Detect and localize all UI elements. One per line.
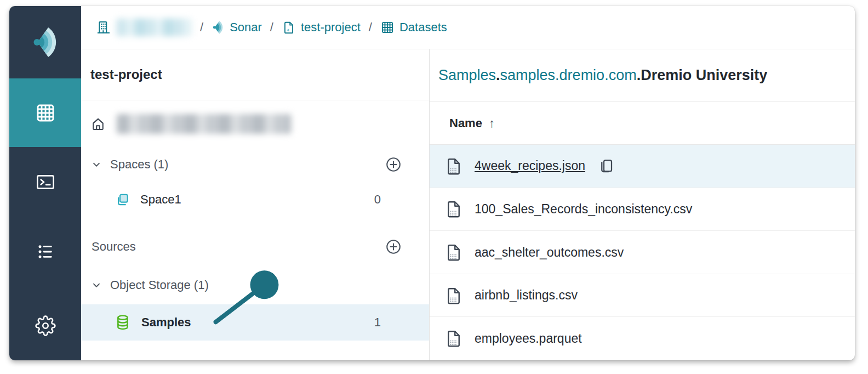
database-icon [114,314,132,331]
sources-label: Sources [92,240,136,254]
space1-count: 0 [374,192,381,207]
table-row[interactable]: 4week_recipes.json [430,145,855,188]
breadcrumb-separator: / [269,20,275,35]
samples-label: Samples [141,315,191,330]
path-dot: . [637,67,641,84]
breadcrumb-sonar[interactable]: Sonar [212,19,262,36]
sql-runner-icon [34,171,57,193]
name-column-header[interactable]: Name ↑ [430,102,855,145]
path-segment-bucket[interactable]: samples.dremio.com [500,67,637,84]
sidebar-item-settings[interactable] [9,291,81,360]
project-header: test-project [81,49,429,100]
org-name-redacted [116,19,192,36]
table-row[interactable]: airbnb_listings.csv [430,274,855,318]
breadcrumb-sonar-label: Sonar [230,20,262,35]
dataset-path-header: Samples.samples.dremio.com.Dremio Univer… [430,49,855,102]
samples-count: 1 [374,315,381,330]
sonar-logo-icon [31,23,60,61]
breadcrumb-datasets[interactable]: Datasets [380,20,447,35]
add-space-button[interactable] [385,156,402,173]
sidebar-item-datasets[interactable] [9,78,81,147]
copy-icon [597,157,615,175]
home-item[interactable] [81,109,429,139]
space1-item[interactable]: Space1 0 [81,187,429,212]
jobs-list-icon [34,241,57,263]
sources-section-row: Sources [81,234,429,259]
sonar-icon [212,19,225,36]
datasets-grid-icon [35,102,56,124]
building-icon [96,20,111,35]
dataset-listing-panel: Samples.samples.dremio.com.Dremio Univer… [430,49,855,360]
sidebar-item-jobs[interactable] [9,217,81,286]
space1-label: Space1 [140,192,181,207]
dremio-app-window: / Sonar / test-project / [9,6,855,360]
add-source-button[interactable] [385,239,402,255]
spaces-label: Spaces (1) [110,157,168,172]
file-name[interactable]: airbnb_listings.csv [475,288,578,303]
project-tree-panel: test-project Spaces (1) [81,49,430,360]
path-segment-current-folder: Dremio University [641,67,767,84]
file-icon [444,328,464,348]
datasets-icon [380,20,395,35]
sidebar-item-sql-runner[interactable] [9,147,81,217]
path-segment-samples[interactable]: Samples [438,67,496,84]
dremio-logo[interactable] [9,6,81,78]
breadcrumb-separator: / [368,20,373,35]
sidebar-spacer [9,286,81,291]
file-icon [444,199,464,219]
file-name[interactable]: aac_shelter_outcomes.csv [475,245,624,260]
settings-gear-icon [35,315,56,336]
chevron-down-icon[interactable] [90,279,102,291]
file-icon [444,286,464,305]
table-row[interactable]: aac_shelter_outcomes.csv [430,231,855,274]
home-icon [90,116,106,132]
plus-circle-icon [385,239,402,255]
samples-source-item[interactable]: Samples 1 [81,304,429,341]
file-link[interactable]: 4week_recipes.json [475,158,585,173]
project-icon [282,20,296,35]
project-title: test-project [90,67,162,82]
left-nav-rail [9,6,81,360]
object-storage-label: Object Storage (1) [110,278,209,292]
chevron-down-icon[interactable] [90,158,102,171]
space-icon [114,191,130,208]
screenshot-stage: / Sonar / test-project / [0,0,868,374]
breadcrumb-org[interactable] [96,19,192,36]
table-row[interactable]: employees.parquet [430,317,855,360]
breadcrumb-datasets-label: Datasets [399,20,447,35]
file-name[interactable]: 100_Sales_Records_inconsistency.csv [475,202,692,217]
object-storage-row[interactable]: Object Storage (1) [81,273,429,298]
sort-ascending-icon: ↑ [489,116,495,131]
file-icon [444,242,464,262]
plus-circle-icon [385,156,402,173]
file-name[interactable]: employees.parquet [475,331,582,346]
name-column-label: Name [449,116,482,131]
main-area: / Sonar / test-project / [81,6,855,360]
breadcrumb-separator: / [199,20,204,35]
spaces-section-row[interactable]: Spaces (1) [81,152,429,177]
breadcrumb-project[interactable]: test-project [282,20,361,35]
path-dot: . [496,67,500,84]
breadcrumb-project-label: test-project [301,20,361,35]
home-name-redacted [117,114,291,134]
resource-tree: Spaces (1) Space1 0 [81,100,429,360]
breadcrumb: / Sonar / test-project / [81,6,855,49]
content-split: test-project Spaces (1) [81,49,855,360]
table-row[interactable]: 100_Sales_Records_inconsistency.csv [430,188,855,231]
file-icon [444,156,464,176]
copy-path-button[interactable] [597,157,615,175]
